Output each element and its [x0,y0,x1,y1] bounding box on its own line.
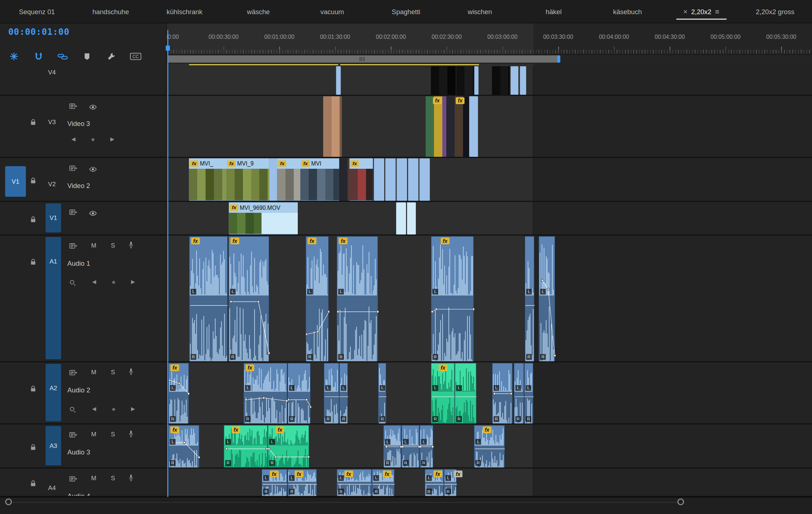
tab-k-hlschrank[interactable]: kühlschrank [148,0,222,23]
audio-clip[interactable]: LR [514,363,524,424]
audio-clip[interactable]: LRfx [305,236,329,361]
panel-menu-icon[interactable]: ≡ [715,7,719,16]
video-clip[interactable]: fxMVI_ [189,158,226,201]
volume-rubber-band[interactable] [455,363,477,424]
next-keyframe-icon[interactable]: ▶ [131,279,135,285]
track-lane-v4[interactable] [167,66,812,96]
track-lane-v3[interactable]: fxfx [167,96,812,158]
sync-lock-icon[interactable] [69,475,78,484]
volume-rubber-band[interactable] [431,237,474,362]
clip[interactable] [396,203,406,234]
next-keyframe-icon[interactable]: ▶ [110,136,114,142]
track-lane-a4[interactable]: LRfxLRfxLRfxLRfxLRfxLRfx [167,469,812,497]
volume-rubber-band[interactable] [288,363,311,424]
sync-lock-icon[interactable] [69,431,78,440]
add-keyframe-icon[interactable]: ◆ [91,136,95,142]
voiceover-mic-icon[interactable] [129,368,134,378]
clip[interactable] [474,66,478,95]
sync-lock-icon[interactable] [69,242,78,251]
audio-clip[interactable]: LRfx [337,236,378,361]
tab-2-20x2[interactable]: ×2,20x2≡ [664,0,738,23]
tab-2-20x2-gross[interactable]: 2,20x2 gross [738,0,812,23]
video-clip[interactable] [339,158,350,201]
volume-rubber-band[interactable] [525,237,535,362]
audio-clip[interactable]: LRfx [444,469,457,496]
audio-clip[interactable]: LRfx [337,469,372,496]
lock-icon[interactable] [30,119,36,128]
mute-button[interactable]: M [91,475,96,482]
add-marker-icon[interactable] [80,51,94,62]
prev-keyframe-icon[interactable]: ◀ [72,136,76,142]
audio-clip[interactable]: LR [524,363,533,424]
track-lane-a3[interactable]: LRfxLRfxLRfxLRLRLRLRfx [167,424,812,468]
volume-rubber-band[interactable] [306,237,329,362]
clip[interactable] [469,96,478,157]
nest-sequence-icon[interactable] [7,51,21,62]
prev-keyframe-icon[interactable]: ◀ [92,279,96,285]
snap-icon[interactable] [32,51,45,62]
tab-sequenz-01[interactable]: Sequenz 01 [0,0,74,23]
tab-k-sebuch[interactable]: käsebuch [590,0,664,23]
solo-button[interactable]: S [111,431,115,438]
toggle-track-output-eye-icon[interactable] [89,164,97,174]
audio-clip[interactable]: LR [324,363,339,424]
clip[interactable] [511,66,518,95]
volume-rubber-band[interactable] [514,363,525,424]
audio-clip[interactable]: LR [339,363,348,424]
timeline-settings-icon[interactable] [105,51,118,62]
audio-clip[interactable]: LRfx [168,363,189,424]
lock-icon[interactable] [30,385,36,395]
clip[interactable] [269,158,277,201]
tab-vacuum[interactable]: vacuum [295,0,369,23]
video-clip[interactable]: fxMVI_9690.MOV [229,203,298,234]
solo-button[interactable]: S [111,242,115,249]
lock-icon[interactable] [30,443,36,453]
audio-clip[interactable]: LRfx [243,363,287,424]
volume-rubber-band[interactable] [525,363,534,424]
audio-clip[interactable]: LR [401,425,419,468]
scrollbar-track[interactable] [12,502,677,503]
tab-w-sche[interactable]: wäsche [222,0,295,23]
video-clip[interactable]: fx [426,96,446,157]
voiceover-mic-icon[interactable] [129,430,134,440]
clip[interactable] [408,158,419,201]
voiceover-mic-icon[interactable] [129,474,134,484]
tab-wischen[interactable]: wischen [443,0,517,23]
add-keyframe-icon[interactable]: ◆ [112,406,115,411]
captions-icon[interactable]: CC [129,51,142,62]
close-tab-icon[interactable]: × [683,7,688,16]
linked-selection-icon[interactable] [56,51,69,62]
video-clip[interactable] [492,66,509,95]
video-clip[interactable] [456,66,474,95]
volume-rubber-band[interactable] [431,363,455,424]
audio-clip[interactable]: LRfx [261,469,287,496]
audio-clip[interactable]: LRfx [431,363,455,424]
track-target-a1[interactable]: A1 [45,237,61,359]
horizontal-scrollbar[interactable] [0,497,812,514]
audio-clip[interactable]: LRfx [425,469,444,496]
tab-handschuhe[interactable]: handschuhe [74,0,147,23]
clip[interactable] [407,203,416,234]
track-lane-v1[interactable]: fxMVI_9690.MOV [167,202,812,236]
audio-clip[interactable]: LR [378,363,386,424]
audio-clip[interactable]: LRfx [268,425,309,468]
track-target-v1[interactable]: V1 [45,203,61,232]
volume-rubber-band[interactable] [340,363,348,424]
solo-button[interactable]: S [111,475,115,482]
audio-clip[interactable]: LRfx [224,425,268,468]
time-ruler[interactable]: 00:00:0000:00:30:0000:01:00:0000:01:30:0… [167,23,812,55]
clip[interactable] [419,158,430,201]
audio-clip[interactable]: LRfx [189,236,228,361]
mute-button[interactable]: M [91,368,96,376]
clip[interactable] [374,158,385,201]
clip[interactable] [336,66,341,95]
prev-keyframe-icon[interactable]: ◀ [92,406,96,412]
playhead-marker[interactable] [166,45,170,50]
video-clip[interactable] [431,66,455,95]
video-clip[interactable]: fx [277,158,300,201]
toggle-track-output-eye-icon[interactable] [89,102,97,112]
audio-clip[interactable]: LR [525,236,535,361]
sync-lock-icon[interactable] [69,208,78,217]
video-clip[interactable]: fxMVI_9 [226,158,269,201]
track-target-a3[interactable]: A3 [45,426,61,465]
